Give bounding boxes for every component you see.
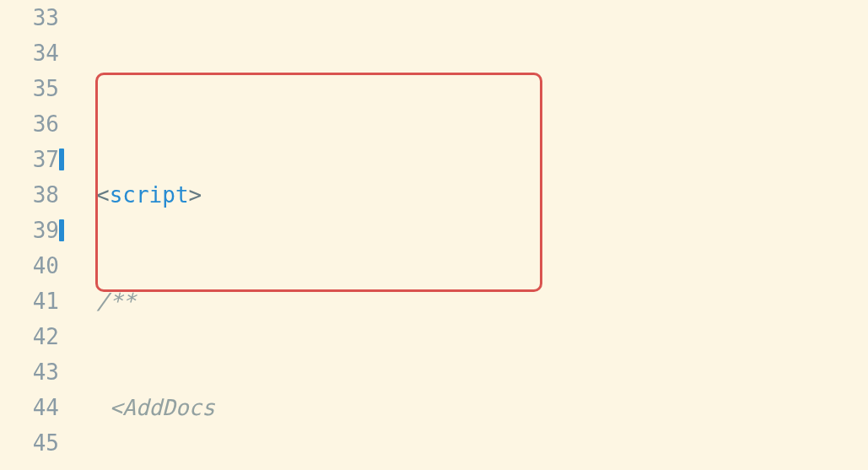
line-number: 43 — [0, 354, 59, 390]
line-number: 44 — [0, 390, 59, 425]
line-number: 33 — [0, 0, 59, 35]
line-number: 36 — [0, 106, 59, 142]
code-area[interactable]: <script> /** <AddDocs │ title="添加Doc" │ … — [76, 0, 868, 470]
code-line: <script> — [96, 177, 868, 213]
line-number-gutter: 33 34 35 36 37 38 39 40 41 42 43 44 45 — [0, 0, 76, 470]
line-number: 35 — [0, 71, 59, 106]
code-line: <AddDocs — [96, 390, 868, 425]
line-number: 42 — [0, 319, 59, 354]
line-number: 38 — [0, 177, 59, 213]
line-number: 37 — [0, 142, 59, 177]
code-line — [96, 71, 868, 106]
line-marker — [59, 149, 64, 170]
code-line: /** — [96, 284, 868, 319]
line-number: 40 — [0, 248, 59, 284]
line-marker — [59, 219, 64, 241]
line-number: 39 — [0, 213, 59, 248]
line-number: 34 — [0, 35, 59, 71]
line-number: 45 — [0, 425, 59, 461]
code-editor[interactable]: 33 34 35 36 37 38 39 40 41 42 43 44 45 <… — [0, 0, 868, 470]
line-number: 41 — [0, 284, 59, 319]
